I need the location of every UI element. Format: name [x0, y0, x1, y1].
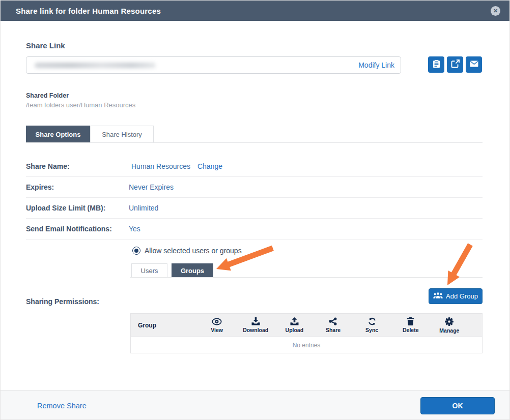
ok-button[interactable]: OK — [420, 397, 495, 414]
tab-share-history[interactable]: Share History — [90, 126, 154, 143]
permissions-table: Group View Downloa — [130, 313, 483, 353]
download-icon — [251, 317, 260, 325]
remove-share-link[interactable]: Remove Share — [37, 402, 87, 410]
permissions-table-header: Group View Downloa — [131, 314, 482, 337]
share-link-actions — [428, 56, 483, 73]
permissions-empty-row: No entries — [131, 337, 482, 353]
expires-row: Expires: Never Expires — [26, 177, 483, 198]
column-sync[interactable]: Sync — [353, 314, 391, 337]
column-view[interactable]: View — [197, 314, 236, 337]
upload-size-limit-value[interactable]: Unlimited — [129, 204, 158, 212]
upload-size-limit-label: Upload Size Limit (MB): — [26, 204, 129, 212]
dialog-title: Share link for folder Human Resources — [16, 7, 161, 15]
copy-link-button[interactable] — [428, 56, 444, 73]
shared-folder-path: /team folders user/Human Resources — [26, 101, 135, 109]
share-link-input[interactable]: Modify Link — [26, 56, 401, 74]
close-icon[interactable]: ✕ — [491, 6, 500, 16]
subtabs-divider — [130, 277, 483, 278]
user-group-icon — [433, 292, 443, 301]
column-group: Group — [131, 314, 197, 337]
share-link-dialog: Share link for folder Human Resources ✕ … — [0, 0, 510, 420]
column-delete[interactable]: Delete — [391, 314, 430, 337]
shared-folder-label: Shared Folder — [26, 92, 69, 99]
envelope-icon — [470, 61, 478, 69]
column-upload[interactable]: Upload — [275, 314, 314, 337]
share-link-label: Share Link — [26, 41, 65, 50]
share-nodes-icon — [329, 317, 337, 325]
upload-icon — [290, 317, 299, 325]
add-group-label: Add Group — [446, 292, 478, 300]
upload-size-limit-row: Upload Size Limit (MB): Unlimited — [26, 198, 483, 219]
add-group-button[interactable]: Add Group — [429, 288, 483, 304]
clipboard-icon — [433, 59, 440, 70]
modify-link-button[interactable]: Modify Link — [358, 61, 394, 69]
share-link-value-redacted — [35, 63, 156, 68]
open-external-icon — [451, 59, 460, 70]
share-options-panel: Share Name: Human Resources Change Expir… — [26, 156, 483, 239]
dialog-footer: Remove Share OK — [1, 390, 509, 420]
change-share-name-link[interactable]: Change — [197, 162, 222, 170]
expires-label: Expires: — [26, 183, 129, 191]
orange-arrow-add-group — [447, 243, 473, 285]
trash-icon — [407, 317, 414, 325]
share-name-row: Share Name: Human Resources Change — [26, 156, 483, 177]
users-groups-tabs: Users Groups — [131, 263, 213, 278]
allow-selected-radio[interactable] — [132, 247, 140, 255]
eye-icon — [212, 318, 222, 325]
allow-selected-radio-row: Allow selected users or groups — [132, 247, 242, 255]
tab-users[interactable]: Users — [131, 263, 167, 278]
tabs-divider — [26, 142, 483, 143]
sync-icon — [368, 317, 376, 325]
share-name-label: Share Name: — [26, 162, 129, 170]
tab-groups[interactable]: Groups — [172, 263, 213, 278]
expires-value[interactable]: Never Expires — [129, 183, 174, 191]
email-link-button[interactable] — [466, 56, 482, 73]
allow-selected-radio-label: Allow selected users or groups — [145, 247, 242, 255]
share-name-value: Human Resources — [131, 162, 190, 170]
email-notifications-value[interactable]: Yes — [129, 225, 140, 233]
tab-share-options[interactable]: Share Options — [26, 126, 90, 143]
column-share[interactable]: Share — [314, 314, 352, 337]
main-tabs: Share Options Share History — [26, 126, 154, 143]
column-download[interactable]: Download — [236, 314, 275, 337]
column-manage[interactable]: Manage — [430, 314, 469, 337]
email-notifications-label: Send Email Notifications: — [26, 225, 129, 233]
sharing-permissions-label: Sharing Permissions: — [26, 297, 99, 306]
dialog-titlebar: Share link for folder Human Resources ✕ — [1, 1, 509, 21]
gear-icon — [445, 317, 454, 326]
email-notifications-row: Send Email Notifications: Yes — [26, 219, 483, 239]
open-link-button[interactable] — [447, 56, 463, 73]
